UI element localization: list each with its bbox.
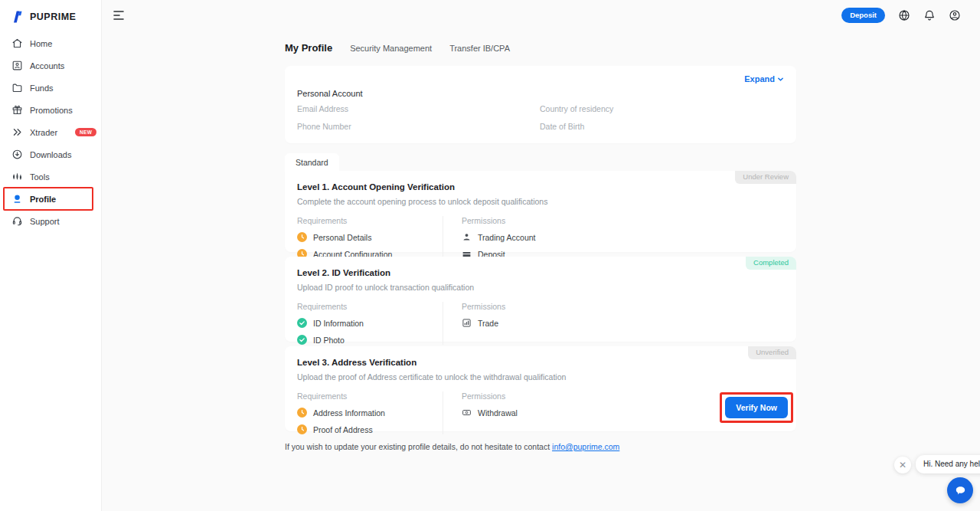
sidebar-item-funds[interactable]: Funds [0, 77, 101, 99]
chat-tooltip-close-button[interactable]: ✕ [894, 457, 911, 473]
tab-my-profile[interactable]: My Profile [285, 42, 332, 54]
sidebar-item-label: Profile [30, 195, 56, 204]
requirement-label: Address Information [313, 408, 385, 418]
permission-label: Trade [478, 319, 498, 328]
topbar-actions: Deposit [841, 8, 961, 23]
sidebar-item-label: Home [30, 39, 52, 48]
tools-icon [11, 171, 23, 182]
footer-text: If you wish to update your existing prof… [285, 442, 552, 451]
accounts-icon [11, 60, 23, 71]
expand-link[interactable]: Expand [744, 74, 784, 84]
contact-email-link[interactable]: info@puprime.com [552, 442, 619, 451]
support-icon [11, 215, 23, 227]
chat-launcher-button[interactable] [947, 477, 973, 503]
tab-security-management[interactable]: Security Management [350, 44, 432, 53]
requirement-label: ID Photo [313, 336, 345, 345]
level-title: Level 3. Address Verification [297, 358, 784, 367]
expand-label: Expand [744, 74, 775, 84]
requirements-header: Requirements [297, 216, 443, 225]
status-badge: Unverified [748, 346, 796, 359]
permission-label: Trading Account [478, 233, 536, 242]
home-icon [11, 38, 23, 49]
sidebar-item-promotions[interactable]: Promotions [0, 99, 101, 121]
level-subtitle: Complete the account opening process to … [297, 197, 784, 206]
requirements-header: Requirements [297, 391, 443, 401]
personal-account-fields: Email AddressCountry of residencyPhone N… [297, 104, 784, 131]
bell-icon[interactable] [923, 9, 936, 21]
level-title: Level 1. Account Opening Verification [297, 182, 784, 192]
verify-now-button[interactable]: Verify Now [725, 397, 788, 418]
sidebar-item-profile[interactable]: Profile [0, 188, 101, 210]
sidebar-item-label: Downloads [30, 150, 71, 159]
profile-content: My ProfileSecurity ManagementTransfer IB… [285, 0, 796, 451]
pending-clock-icon [297, 232, 307, 242]
sidebar-item-home[interactable]: Home [0, 32, 101, 54]
requirement-id-information: ID Information [297, 318, 443, 328]
globe-icon[interactable] [898, 9, 910, 21]
new-badge: NEW [75, 128, 96, 136]
requirement-label: Proof of Address [313, 425, 373, 434]
permissions-header: Permissions [462, 216, 784, 225]
tab-transfer-ib-cpa[interactable]: Transfer IB/CPA [449, 44, 510, 53]
puprime-logo-icon [10, 9, 25, 25]
user-circle-icon[interactable] [949, 9, 961, 21]
requirement-personal-details: Personal Details [297, 232, 443, 242]
sidebar-item-support[interactable]: Support [0, 210, 101, 232]
chevron-down-icon [777, 76, 784, 83]
sidebar-item-accounts[interactable]: Accounts [0, 54, 101, 77]
requirement-label: ID Information [313, 319, 364, 328]
puprime-logo[interactable]: PUPRIME [0, 0, 101, 26]
sidebar-nav: HomeAccountsFundsPromotionsXtraderNEWDow… [0, 32, 101, 232]
profile-tabs: My ProfileSecurity ManagementTransfer IB… [285, 42, 796, 54]
xtrader-icon [11, 126, 23, 138]
level-columns: RequirementsID InformationID PhotoPermis… [297, 302, 784, 345]
requirement-address-information: Address Information [297, 408, 443, 418]
level-columns: RequirementsAddress InformationProof of … [297, 391, 784, 434]
pending-clock-icon [297, 424, 307, 434]
sidebar-item-label: Support [30, 217, 60, 226]
level-cards: Under ReviewLevel 1. Account Opening Ver… [285, 171, 796, 431]
trade-icon [462, 318, 472, 328]
footer-note: If you wish to update your existing prof… [285, 442, 796, 451]
level-card-2: CompletedLevel 2. ID VerificationUpload … [285, 257, 796, 342]
level-subtitle: Upload ID proof to unlock transaction qu… [297, 283, 784, 292]
tab-standard[interactable]: Standard [285, 153, 339, 171]
permission-trade: Trade [462, 318, 784, 328]
status-badge: Completed [746, 257, 796, 270]
field-label-phone-number: Phone Number [297, 122, 540, 131]
puprime-logo-text: PUPRIME [30, 11, 76, 22]
permission-label: Withdrawal [478, 408, 518, 418]
permissions-header: Permissions [462, 302, 784, 311]
sidebar-item-label: Xtrader [30, 128, 57, 137]
sidebar: PUPRIME HomeAccountsFundsPromotionsXtrad… [0, 0, 102, 511]
profile-icon [11, 193, 23, 205]
level-card-1: Under ReviewLevel 1. Account Opening Ver… [285, 171, 796, 252]
sidebar-item-xtrader[interactable]: XtraderNEW [0, 121, 101, 143]
requirements-header: Requirements [297, 302, 443, 311]
withdrawal-icon [462, 408, 472, 418]
level-title: Level 2. ID Verification [297, 268, 784, 277]
sidebar-item-downloads[interactable]: Downloads [0, 143, 101, 165]
requirements-column: RequirementsID InformationID Photo [297, 302, 443, 345]
requirements-column: RequirementsAddress InformationProof of … [297, 391, 443, 434]
sidebar-item-tools[interactable]: Tools [0, 165, 101, 188]
permissions-column: PermissionsTrading AccountDeposit [443, 216, 784, 259]
done-check-icon [297, 318, 307, 328]
personal-account-title: Personal Account [297, 89, 363, 98]
main-area: Deposit My ProfileSecurity ManagementTra… [102, 0, 980, 511]
field-label-date-of-birth: Date of Birth [540, 122, 784, 131]
level-subtitle: Upload the proof of Address certificate … [297, 372, 784, 382]
chat-tooltip[interactable]: Hi. Need any help? [916, 455, 980, 473]
requirement-label: Personal Details [313, 233, 371, 242]
permission-trading-account: Trading Account [462, 232, 784, 242]
deposit-button[interactable]: Deposit [841, 8, 885, 23]
sidebar-item-label: Tools [30, 172, 50, 182]
permissions-column: PermissionsTrade [443, 302, 784, 345]
requirements-column: RequirementsPersonal DetailsAccount Conf… [297, 216, 443, 259]
funds-icon [11, 82, 23, 93]
trading-account-icon [462, 232, 472, 242]
personal-account-card: Expand Personal Account Email AddressCou… [285, 66, 796, 143]
done-check-icon [297, 335, 307, 345]
sidebar-collapse-icon[interactable] [113, 9, 126, 21]
level-card-3: UnverifiedLevel 3. Address VerificationU… [285, 346, 796, 431]
